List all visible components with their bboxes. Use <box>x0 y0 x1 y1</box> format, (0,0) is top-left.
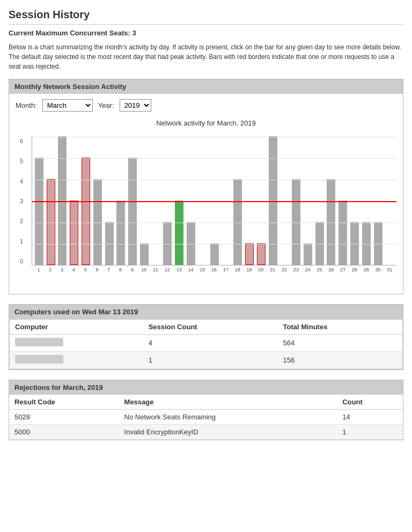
max-seats-line <box>32 201 396 202</box>
x-label-day-1: 1 <box>33 267 45 272</box>
bar-day-21[interactable] <box>269 136 277 265</box>
x-label-day-12: 12 <box>161 267 173 272</box>
x-label-day-17: 17 <box>220 267 232 272</box>
computers-section: Computers used on Wed Mar 13 2019 Comput… <box>9 304 403 370</box>
bar-day-2[interactable] <box>47 179 55 265</box>
bar-day-29[interactable] <box>362 222 371 265</box>
x-label-day-25: 25 <box>314 267 326 272</box>
bar-day-8[interactable] <box>116 201 125 265</box>
bar-day-24[interactable] <box>304 243 312 265</box>
bar-day-7[interactable] <box>105 222 114 265</box>
chart-area <box>32 137 396 265</box>
col-computer: Computer <box>10 320 143 335</box>
bar-day-26[interactable] <box>327 179 335 265</box>
y-label-6: 6 <box>20 138 23 144</box>
x-label-day-16: 16 <box>208 267 220 272</box>
computer-placeholder-1 <box>15 355 63 364</box>
bar-day-18[interactable] <box>233 179 242 265</box>
bar-day-3[interactable] <box>58 136 67 265</box>
y-label-3: 3 <box>20 198 23 204</box>
grid-line-1 <box>32 244 396 245</box>
monthly-section-header: Monthly Network Session Activity <box>9 79 403 94</box>
x-label-day-7: 7 <box>103 267 115 272</box>
col-result-code: Result Code <box>9 395 119 410</box>
computer-placeholder-0 <box>15 338 63 346</box>
computers-row-0: 4564 <box>10 335 402 352</box>
rejection-message-0: No Network Seats Remaining <box>119 410 337 425</box>
total-minutes-0: 564 <box>278 335 402 352</box>
session-count-0: 4 <box>143 335 278 352</box>
y-label-4: 4 <box>20 178 23 184</box>
bar-day-16[interactable] <box>210 243 219 265</box>
rejection-message-1: Invalid EncryptionKeyID <box>119 425 337 440</box>
session-count-1: 1 <box>143 352 278 369</box>
x-label-day-23: 23 <box>290 267 302 272</box>
page-title: Session History <box>9 9 403 25</box>
bar-day-9[interactable] <box>128 158 137 265</box>
col-session-count: Session Count <box>143 320 278 335</box>
page-description: Below is a chart summarizing the month's… <box>9 42 403 71</box>
bar-day-12[interactable] <box>163 222 172 265</box>
bar-day-5[interactable] <box>82 158 90 265</box>
col-message: Message <box>119 395 337 410</box>
x-label-day-15: 15 <box>196 267 208 272</box>
x-label-day-27: 27 <box>337 267 349 272</box>
x-label-day-30: 30 <box>372 267 384 272</box>
x-label-day-21: 21 <box>267 267 278 272</box>
x-label-day-22: 22 <box>278 267 290 272</box>
bar-day-6[interactable] <box>93 179 102 265</box>
x-label-day-8: 8 <box>115 267 127 272</box>
x-label-day-2: 2 <box>45 267 56 272</box>
x-label-day-18: 18 <box>232 267 244 272</box>
result-code-1: 5000 <box>9 425 119 440</box>
rejection-row-1: 5000Invalid EncryptionKeyID1 <box>9 425 403 440</box>
bar-day-13[interactable] <box>175 201 183 265</box>
y-label-1: 1 <box>20 238 23 245</box>
grid-line-4 <box>32 180 396 180</box>
bar-day-20[interactable] <box>257 243 266 265</box>
rejections-section-header: Rejections for March, 2019 <box>9 380 403 395</box>
rejection-count-1: 1 <box>337 425 403 440</box>
bar-day-10[interactable] <box>140 243 149 265</box>
year-label: Year: <box>98 101 114 109</box>
x-label-day-28: 28 <box>349 267 360 272</box>
bar-day-28[interactable] <box>350 222 359 265</box>
bar-day-27[interactable] <box>339 201 347 265</box>
x-label-day-13: 13 <box>173 267 185 272</box>
month-select[interactable]: JanuaryFebruaryMarch AprilMayJune JulyAu… <box>42 99 93 112</box>
chart-title: Network activity for March, 2019 <box>16 119 396 127</box>
x-label-day-31: 31 <box>384 267 395 272</box>
x-label-day-10: 10 <box>138 267 150 272</box>
x-label-day-24: 24 <box>302 267 314 272</box>
computers-section-header: Computers used on Wed Mar 13 2019 <box>9 305 403 319</box>
x-label-day-4: 4 <box>68 267 79 272</box>
monthly-section: Monthly Network Session Activity Month: … <box>9 79 403 294</box>
bar-day-4[interactable] <box>70 201 78 265</box>
bar-day-25[interactable] <box>315 222 324 265</box>
x-label-day-3: 3 <box>56 267 68 272</box>
bar-day-23[interactable] <box>292 179 300 265</box>
chart-container: 0 1 2 3 4 5 6 <box>16 131 396 289</box>
x-label-day-5: 5 <box>79 267 91 272</box>
rejections-section: Rejections for March, 2019 Result Code M… <box>9 380 403 440</box>
col-count: Count <box>337 395 403 410</box>
bar-day-19[interactable] <box>245 243 254 265</box>
computers-table-scroll[interactable]: Computer Session Count Total Minutes 456… <box>9 319 403 370</box>
x-label-day-11: 11 <box>150 267 161 272</box>
computers-row-1: 1156 <box>10 352 402 369</box>
month-label: Month: <box>16 101 37 109</box>
x-label-day-9: 9 <box>127 267 138 272</box>
x-label-day-26: 26 <box>325 267 337 272</box>
x-label-day-29: 29 <box>360 267 372 272</box>
rejection-count-0: 14 <box>337 410 403 425</box>
y-label-0: 0 <box>20 258 23 264</box>
x-label-day-14: 14 <box>185 267 197 272</box>
bar-day-14[interactable] <box>187 222 195 265</box>
year-select[interactable]: 2017201820192020 <box>120 99 151 112</box>
col-total-minutes: Total Minutes <box>278 320 402 335</box>
bar-day-1[interactable] <box>35 158 43 265</box>
y-label-2: 2 <box>20 218 23 224</box>
x-label-day-20: 20 <box>255 267 267 272</box>
bar-day-30[interactable] <box>374 222 382 265</box>
total-minutes-1: 156 <box>278 352 402 369</box>
